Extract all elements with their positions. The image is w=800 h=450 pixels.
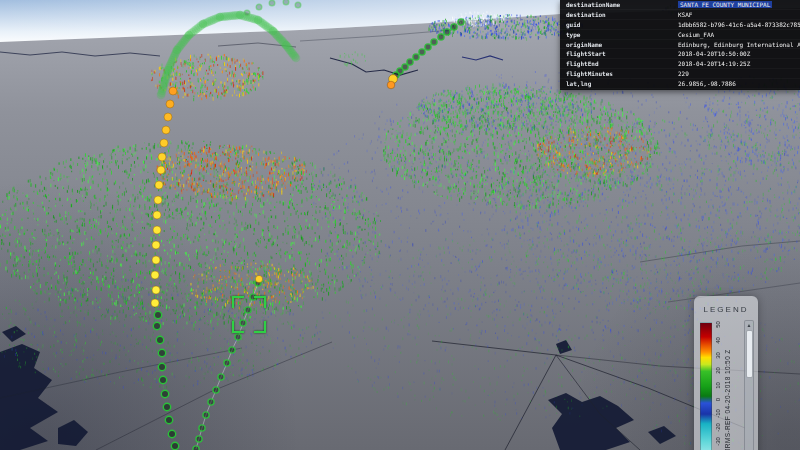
flight-info-panel: destinationNameSANTA FE COUNTY MUNICIPAL…: [560, 0, 800, 90]
info-row-label: flightStart: [560, 49, 678, 58]
info-row-label: flightEnd: [560, 59, 678, 68]
info-row-value: SANTA FE COUNTY MUNICIPAL: [678, 0, 800, 9]
info-row: destinationKSAF: [560, 10, 800, 20]
scrollbar-thumb[interactable]: [746, 330, 753, 378]
info-row: originNameEdinburg, Edinburg Internation…: [560, 40, 800, 50]
reticle-corner-icon: [254, 296, 266, 308]
info-row-value: 1dbb6582-b796-41c6-a5a4-873382c78573: [678, 20, 800, 29]
info-row-value: 2298.5: [678, 89, 800, 90]
info-row: flightEnd2018-04-20T14:19:25Z: [560, 59, 800, 69]
info-row-value: Edinburg, Edinburg International Airport: [678, 40, 800, 49]
info-row-value: 2018-04-20T14:19:25Z: [678, 59, 800, 68]
reticle-corner-icon: [254, 321, 266, 333]
scrollbar-up-arrow-icon[interactable]: ▲: [745, 321, 753, 329]
info-row-label: type: [560, 30, 678, 39]
info-row-label: alt [m]: [560, 89, 678, 90]
info-row: lat,lng26.9856,-98.7886: [560, 79, 800, 89]
info-row: typeCesium_FAA: [560, 30, 800, 40]
selection-reticle: [232, 296, 266, 333]
info-row-value: KSAF: [678, 10, 800, 19]
reticle-corner-icon: [232, 296, 244, 308]
info-row: flightMinutes229: [560, 69, 800, 79]
info-row-value: Cesium_FAA: [678, 30, 800, 39]
legend-scrollbar[interactable]: ▲: [744, 320, 754, 450]
info-row-label: destinationName: [560, 0, 678, 9]
info-row: flightStart2018-04-20T10:50:00Z: [560, 49, 800, 59]
info-row-value: 229: [678, 69, 800, 78]
info-row: destinationNameSANTA FE COUNTY MUNICIPAL: [560, 0, 800, 10]
legend-tick-label: 30: [715, 348, 724, 364]
info-row-label: originName: [560, 40, 678, 49]
legend-panel: LEGEND 50403020100-10-20-30 MRMS-REF 04-…: [694, 296, 758, 450]
info-row-label: destination: [560, 10, 678, 19]
cesium-3d-viewport: destinationNameSANTA FE COUNTY MUNICIPAL…: [0, 0, 800, 450]
info-row: alt [m]2298.5: [560, 89, 800, 90]
info-row-label: guid: [560, 20, 678, 29]
info-row-value: 2018-04-20T10:50:00Z: [678, 49, 800, 58]
reticle-corner-icon: [232, 321, 244, 333]
legend-tick-label: 20: [715, 363, 724, 379]
legend-tick-label: -30: [715, 434, 724, 450]
reflectivity-colorbar: [700, 322, 712, 450]
info-row-value: 26.9856,-98.7886: [678, 79, 800, 88]
legend-tick-label: 50: [715, 317, 724, 333]
legend-date-label: MRMS-REF 04-20-2018 10:50 Z: [724, 312, 731, 450]
info-row: guid1dbb6582-b796-41c6-a5a4-873382c78573: [560, 20, 800, 30]
info-row-label: lat,lng: [560, 79, 678, 88]
legend-tick-label: 40: [715, 333, 724, 349]
info-row-label: flightMinutes: [560, 69, 678, 78]
